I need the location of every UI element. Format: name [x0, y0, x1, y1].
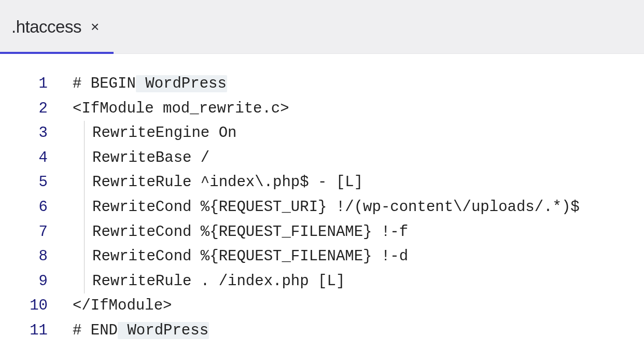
- code-text: RewriteEngine On: [92, 124, 236, 142]
- code-line: RewriteRule . /index.php [L]: [73, 269, 644, 294]
- line-number: 11: [0, 318, 48, 343]
- line-number: 9: [0, 269, 48, 294]
- line-number: 1: [0, 72, 48, 96]
- code-line: RewriteEngine On: [73, 121, 644, 146]
- line-number: 4: [0, 146, 48, 171]
- code-line: RewriteCond %{REQUEST_URI} !/(wp-content…: [73, 195, 644, 220]
- code-area[interactable]: # BEGIN WordPress <IfModule mod_rewrite.…: [52, 72, 644, 343]
- line-number: 10: [0, 293, 48, 318]
- line-number: 7: [0, 220, 48, 245]
- code-text: RewriteCond %{REQUEST_FILENAME} !-f: [92, 223, 408, 241]
- code-text: # BEGIN: [73, 75, 136, 92]
- code-line: # BEGIN WordPress: [73, 72, 644, 96]
- code-line: <IfModule mod_rewrite.c>: [73, 96, 644, 121]
- line-number: 2: [0, 96, 48, 121]
- tab-label: .htaccess: [11, 17, 81, 37]
- line-number: 8: [0, 244, 48, 269]
- tab-htaccess[interactable]: .htaccess ×: [0, 0, 114, 53]
- code-line: # END WordPress: [73, 318, 644, 343]
- code-text: RewriteBase /: [92, 149, 209, 166]
- line-number: 6: [0, 195, 48, 220]
- line-number: 3: [0, 121, 48, 146]
- code-text: RewriteRule ^index\.php$ - [L]: [92, 174, 363, 191]
- code-text: RewriteCond %{REQUEST_FILENAME} !-d: [92, 248, 408, 265]
- code-line: RewriteCond %{REQUEST_FILENAME} !-f: [73, 220, 644, 245]
- code-line: RewriteRule ^index\.php$ - [L]: [73, 170, 644, 195]
- line-number-gutter: 1 2 3 4 5 6 7 8 9 10 11: [0, 72, 52, 343]
- code-text: RewriteRule . /index.php [L]: [92, 273, 345, 290]
- close-icon[interactable]: ×: [91, 20, 99, 34]
- code-text: # END: [73, 322, 118, 339]
- line-number: 5: [0, 170, 48, 195]
- code-line: </IfModule>: [73, 293, 644, 318]
- code-editor[interactable]: 1 2 3 4 5 6 7 8 9 10 11 # BEGIN WordPres…: [0, 54, 644, 343]
- code-line: RewriteBase /: [73, 146, 644, 171]
- code-line: RewriteCond %{REQUEST_FILENAME} !-d: [73, 244, 644, 269]
- highlight-wordpress: WordPress: [118, 322, 209, 339]
- code-text: RewriteCond %{REQUEST_URI} !/(wp-content…: [92, 199, 580, 216]
- tab-bar: .htaccess ×: [0, 0, 644, 54]
- highlight-wordpress: WordPress: [136, 75, 227, 92]
